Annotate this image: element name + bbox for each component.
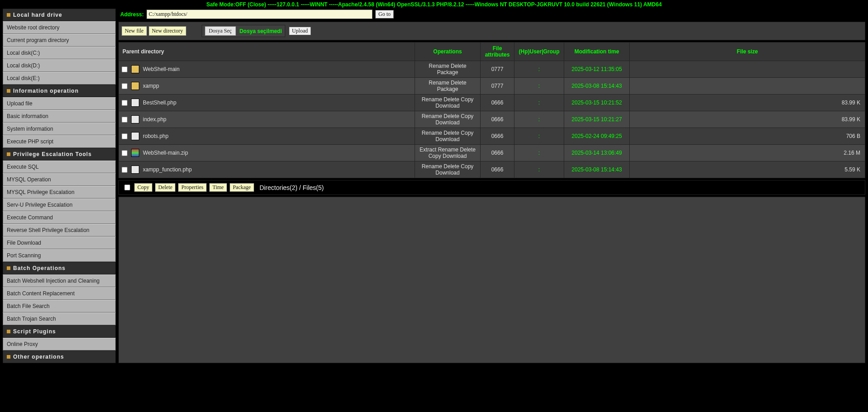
file-name[interactable]: BestShell.php [143,99,176,106]
sidebar-item[interactable]: Execute PHP script [3,135,116,148]
row-mtime[interactable]: 2025-03-15 10:21:27 [564,111,630,128]
new-directory-button[interactable]: New directory [149,26,186,36]
status-bar: Safe Mode:OFF (Close) -----127.0.0.1 ---… [0,0,868,9]
row-select-checkbox[interactable] [122,133,127,139]
file-name[interactable]: xampp_function.php [143,166,192,173]
sidebar-item[interactable]: Local disk(C:) [3,47,116,59]
row-operations[interactable]: Rename Delete Package [415,78,481,95]
bulk-copy-button[interactable]: Copy [134,183,152,192]
file-name[interactable]: xampp [143,83,159,89]
sidebar-item[interactable]: Batch Content Replacement [3,287,116,300]
sidebar-section-header[interactable]: Privilege Escalation Tools [3,148,116,161]
sidebar-item[interactable]: File Download [3,237,116,249]
bullet-icon [7,13,10,17]
section-title: Other operations [13,354,64,360]
sidebar-item[interactable]: Batch Trojan Search [3,313,116,325]
sidebar-item[interactable]: System information [3,123,116,135]
file-name[interactable]: index.php [143,116,166,123]
status-sep: ----- [329,1,338,8]
row-attributes[interactable]: 0666 [481,145,514,161]
row-attributes[interactable]: 0666 [481,128,514,145]
sidebar-item[interactable]: Batch Webshell Injection and Cleaning [3,275,116,287]
sidebar-item[interactable]: Basic information [3,110,116,123]
table-row: xampp_function.phpRename Delete Copy Dow… [119,161,865,178]
row-user-group: : [514,145,564,161]
sidebar-section-header[interactable]: Script Plugins [3,325,116,338]
row-attributes[interactable]: 0777 [481,61,514,78]
sidebar-item[interactable]: Upload file [3,97,116,110]
bulk-package-button[interactable]: Package [230,183,254,192]
archive-icon [131,149,139,157]
row-operations[interactable]: Rename Delete Copy Download [415,95,481,111]
row-operations[interactable]: Rename Delete Package [415,61,481,78]
row-operations[interactable]: Rename Delete Copy Download [415,111,481,128]
row-mtime[interactable]: 2025-03-14 13:06:49 [564,145,630,161]
bulk-time-button[interactable]: Time [209,183,227,192]
empty-space [118,197,865,363]
sidebar-item[interactable]: Website root directory [3,21,116,34]
row-select-checkbox[interactable] [122,83,127,89]
file-icon [131,115,139,123]
sidebar-section-header[interactable]: Batch Operations [3,262,116,275]
choose-file-button[interactable]: Dosya Seç [205,26,236,36]
sidebar-item[interactable]: Execute SQL [3,161,116,173]
sidebar-item[interactable]: Execute Command [3,211,116,224]
bullet-icon [7,330,10,333]
row-size: 83.99 K [630,95,865,111]
file-icon [131,132,139,140]
sidebar-item[interactable]: Serv-U Privilege Escalation [3,199,116,211]
sidebar-section-header[interactable]: Other operations [3,350,116,363]
row-attributes[interactable]: 0666 [481,161,514,178]
table-row: index.phpRename Delete Copy Download0666… [119,111,865,128]
row-attributes[interactable]: 0666 [481,95,514,111]
row-mtime[interactable]: 2025-03-15 10:21:52 [564,95,630,111]
row-operations[interactable]: Extract Rename Delete Copy Download [415,145,481,161]
new-file-button[interactable]: New file [122,26,147,36]
row-size [630,61,865,78]
row-operations[interactable]: Rename Delete Copy Download [415,128,481,145]
sidebar-item[interactable]: Current program directory [3,34,116,47]
sidebar-item[interactable]: Reverse Shell Privilege Escalation [3,224,116,237]
sidebar-item[interactable]: Port Scanning [3,249,116,262]
file-name[interactable]: WebShell-main [143,66,179,72]
row-size: 5.59 K [630,161,865,178]
address-input[interactable] [146,9,373,19]
listing-summary: Directories(2) / Files(5) [259,184,324,191]
row-select-checkbox[interactable] [122,117,127,123]
row-user-group: : [514,128,564,145]
row-select-checkbox[interactable] [122,66,127,72]
main-panel: Address: Go to New file New directory Do… [118,9,865,363]
row-mtime[interactable]: 2025-03-12 11:35:05 [564,61,630,78]
row-mtime[interactable]: 2025-03-08 15:14:43 [564,161,630,178]
sidebar-item[interactable]: MYSQL Privilege Escalation [3,186,116,199]
row-select-checkbox[interactable] [122,100,127,106]
row-mtime[interactable]: 2025-02-24 09:49:25 [564,128,630,145]
row-operations[interactable]: Rename Delete Copy Download [415,161,481,178]
table-row: WebShell-mainRename Delete Package0777:2… [119,61,865,78]
row-size [630,78,865,95]
col-parent-directory[interactable]: Parent directory [119,43,415,61]
go-to-button[interactable]: Go to [375,10,394,19]
upload-button[interactable]: Upload [289,27,311,35]
sidebar-item[interactable]: Local disk(D:) [3,59,116,72]
select-all-checkbox[interactable] [124,185,130,190]
safe-mode-label: Safe Mode:OFF [206,1,246,8]
row-select-checkbox[interactable] [122,150,127,156]
sidebar-section-header[interactable]: Local hard drive [3,9,116,21]
row-attributes[interactable]: 0666 [481,111,514,128]
file-name[interactable]: WebShell-main.zip [143,150,188,156]
row-select-checkbox[interactable] [122,167,127,173]
safe-mode-close-link[interactable]: (Close) [248,1,266,8]
os-long: Windows NT DESKTOP-JGKRUVT 10.0 build 22… [475,1,662,8]
row-mtime[interactable]: 2025-03-08 15:14:43 [564,78,630,95]
bulk-delete-button[interactable]: Delete [155,183,175,192]
bulk-properties-button[interactable]: Properties [178,183,207,192]
row-attributes[interactable]: 0777 [481,78,514,95]
sidebar-item[interactable]: MYSQL Operation [3,173,116,186]
bullet-icon [7,152,10,156]
sidebar-section-header[interactable]: Information operation [3,85,116,97]
sidebar-item[interactable]: Online Proxy [3,338,116,350]
sidebar-item[interactable]: Local disk(E:) [3,72,116,85]
file-name[interactable]: robots.php [143,133,169,139]
sidebar-item[interactable]: Batch File Search [3,300,116,313]
